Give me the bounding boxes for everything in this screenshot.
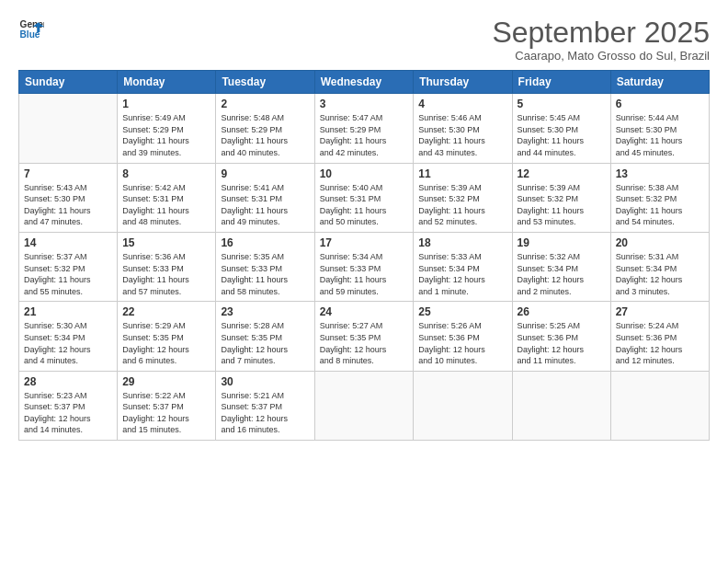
day-info: Sunrise: 5:41 AM Sunset: 5:31 PM Dayligh… bbox=[221, 182, 309, 228]
table-cell: 24Sunrise: 5:27 AM Sunset: 5:35 PM Dayli… bbox=[314, 302, 414, 371]
table-cell: 19Sunrise: 5:32 AM Sunset: 5:34 PM Dayli… bbox=[512, 232, 610, 301]
day-info: Sunrise: 5:21 AM Sunset: 5:37 PM Dayligh… bbox=[221, 390, 309, 436]
day-info: Sunrise: 5:27 AM Sunset: 5:35 PM Dayligh… bbox=[320, 320, 409, 366]
day-number: 21 bbox=[24, 305, 112, 318]
day-number: 3 bbox=[320, 98, 409, 110]
table-cell: 1Sunrise: 5:49 AM Sunset: 5:29 PM Daylig… bbox=[118, 94, 216, 163]
day-number: 17 bbox=[320, 236, 409, 249]
day-info: Sunrise: 5:34 AM Sunset: 5:33 PM Dayligh… bbox=[320, 251, 409, 297]
table-cell bbox=[19, 94, 118, 163]
table-cell: 26Sunrise: 5:25 AM Sunset: 5:36 PM Dayli… bbox=[512, 302, 610, 371]
day-number: 6 bbox=[616, 98, 704, 110]
day-info: Sunrise: 5:30 AM Sunset: 5:34 PM Dayligh… bbox=[24, 320, 112, 366]
week-row-5: 28Sunrise: 5:23 AM Sunset: 5:37 PM Dayli… bbox=[19, 371, 710, 440]
day-number: 7 bbox=[24, 167, 112, 180]
day-info: Sunrise: 5:29 AM Sunset: 5:35 PM Dayligh… bbox=[122, 320, 210, 366]
weekday-header-row: Sunday Monday Tuesday Wednesday Thursday… bbox=[19, 71, 710, 94]
day-info: Sunrise: 5:39 AM Sunset: 5:32 PM Dayligh… bbox=[518, 182, 606, 228]
day-number: 19 bbox=[518, 236, 606, 249]
day-info: Sunrise: 5:26 AM Sunset: 5:36 PM Dayligh… bbox=[418, 320, 506, 366]
table-cell: 15Sunrise: 5:36 AM Sunset: 5:33 PM Dayli… bbox=[118, 232, 216, 301]
day-info: Sunrise: 5:28 AM Sunset: 5:35 PM Dayligh… bbox=[221, 320, 309, 366]
day-info: Sunrise: 5:22 AM Sunset: 5:37 PM Dayligh… bbox=[122, 390, 210, 436]
day-number: 2 bbox=[221, 98, 309, 110]
title-block: September 2025 Caarapo, Mato Grosso do S… bbox=[492, 17, 710, 63]
day-number: 8 bbox=[122, 167, 210, 180]
table-cell: 27Sunrise: 5:24 AM Sunset: 5:36 PM Dayli… bbox=[610, 302, 709, 371]
table-cell: 17Sunrise: 5:34 AM Sunset: 5:33 PM Dayli… bbox=[314, 232, 414, 301]
table-cell: 25Sunrise: 5:26 AM Sunset: 5:36 PM Dayli… bbox=[414, 302, 512, 371]
table-cell: 9Sunrise: 5:41 AM Sunset: 5:31 PM Daylig… bbox=[216, 163, 314, 232]
table-cell: 7Sunrise: 5:43 AM Sunset: 5:30 PM Daylig… bbox=[19, 163, 118, 232]
header: General Blue September 2025 Caarapo, Mat… bbox=[18, 17, 710, 63]
week-row-4: 21Sunrise: 5:30 AM Sunset: 5:34 PM Dayli… bbox=[19, 302, 710, 371]
table-cell bbox=[610, 371, 709, 440]
day-number: 26 bbox=[518, 305, 606, 318]
table-cell: 13Sunrise: 5:38 AM Sunset: 5:32 PM Dayli… bbox=[610, 163, 709, 232]
day-info: Sunrise: 5:25 AM Sunset: 5:36 PM Dayligh… bbox=[518, 320, 606, 366]
month-title: September 2025 bbox=[492, 17, 710, 49]
table-cell: 12Sunrise: 5:39 AM Sunset: 5:32 PM Dayli… bbox=[512, 163, 610, 232]
day-number: 24 bbox=[320, 305, 409, 318]
table-cell: 10Sunrise: 5:40 AM Sunset: 5:31 PM Dayli… bbox=[314, 163, 414, 232]
day-info: Sunrise: 5:33 AM Sunset: 5:34 PM Dayligh… bbox=[418, 251, 506, 297]
day-number: 5 bbox=[518, 98, 606, 110]
day-info: Sunrise: 5:39 AM Sunset: 5:32 PM Dayligh… bbox=[418, 182, 506, 228]
day-info: Sunrise: 5:31 AM Sunset: 5:34 PM Dayligh… bbox=[616, 251, 704, 297]
location: Caarapo, Mato Grosso do Sul, Brazil bbox=[492, 49, 710, 63]
header-tuesday: Tuesday bbox=[216, 71, 314, 94]
day-info: Sunrise: 5:48 AM Sunset: 5:29 PM Dayligh… bbox=[221, 112, 309, 158]
table-cell: 4Sunrise: 5:46 AM Sunset: 5:30 PM Daylig… bbox=[414, 94, 512, 163]
table-cell bbox=[512, 371, 610, 440]
day-number: 16 bbox=[221, 236, 309, 249]
header-sunday: Sunday bbox=[19, 71, 118, 94]
day-number: 27 bbox=[616, 305, 704, 318]
header-friday: Friday bbox=[512, 71, 610, 94]
header-thursday: Thursday bbox=[414, 71, 512, 94]
table-cell: 3Sunrise: 5:47 AM Sunset: 5:29 PM Daylig… bbox=[314, 94, 414, 163]
table-cell bbox=[414, 371, 512, 440]
day-number: 18 bbox=[418, 236, 506, 249]
logo: General Blue bbox=[18, 17, 44, 42]
table-cell: 6Sunrise: 5:44 AM Sunset: 5:30 PM Daylig… bbox=[610, 94, 709, 163]
table-cell: 11Sunrise: 5:39 AM Sunset: 5:32 PM Dayli… bbox=[414, 163, 512, 232]
table-cell: 18Sunrise: 5:33 AM Sunset: 5:34 PM Dayli… bbox=[414, 232, 512, 301]
day-number: 30 bbox=[221, 375, 309, 388]
day-info: Sunrise: 5:24 AM Sunset: 5:36 PM Dayligh… bbox=[616, 320, 704, 366]
day-number: 4 bbox=[418, 98, 506, 110]
week-row-2: 7Sunrise: 5:43 AM Sunset: 5:30 PM Daylig… bbox=[19, 163, 710, 232]
day-number: 22 bbox=[122, 305, 210, 318]
day-info: Sunrise: 5:44 AM Sunset: 5:30 PM Dayligh… bbox=[616, 112, 704, 158]
table-cell: 30Sunrise: 5:21 AM Sunset: 5:37 PM Dayli… bbox=[216, 371, 314, 440]
day-number: 10 bbox=[320, 167, 409, 180]
logo-icon: General Blue bbox=[18, 17, 44, 42]
table-cell: 2Sunrise: 5:48 AM Sunset: 5:29 PM Daylig… bbox=[216, 94, 314, 163]
day-info: Sunrise: 5:23 AM Sunset: 5:37 PM Dayligh… bbox=[24, 390, 112, 436]
day-number: 9 bbox=[221, 167, 309, 180]
day-info: Sunrise: 5:47 AM Sunset: 5:29 PM Dayligh… bbox=[320, 112, 409, 158]
day-info: Sunrise: 5:43 AM Sunset: 5:30 PM Dayligh… bbox=[24, 182, 112, 228]
table-cell: 23Sunrise: 5:28 AM Sunset: 5:35 PM Dayli… bbox=[216, 302, 314, 371]
table-cell: 8Sunrise: 5:42 AM Sunset: 5:31 PM Daylig… bbox=[118, 163, 216, 232]
day-number: 23 bbox=[221, 305, 309, 318]
table-cell: 29Sunrise: 5:22 AM Sunset: 5:37 PM Dayli… bbox=[118, 371, 216, 440]
day-number: 1 bbox=[122, 98, 210, 110]
table-cell: 21Sunrise: 5:30 AM Sunset: 5:34 PM Dayli… bbox=[19, 302, 118, 371]
table-cell: 28Sunrise: 5:23 AM Sunset: 5:37 PM Dayli… bbox=[19, 371, 118, 440]
table-cell: 20Sunrise: 5:31 AM Sunset: 5:34 PM Dayli… bbox=[610, 232, 709, 301]
table-cell: 22Sunrise: 5:29 AM Sunset: 5:35 PM Dayli… bbox=[118, 302, 216, 371]
day-info: Sunrise: 5:45 AM Sunset: 5:30 PM Dayligh… bbox=[518, 112, 606, 158]
header-saturday: Saturday bbox=[610, 71, 709, 94]
day-info: Sunrise: 5:40 AM Sunset: 5:31 PM Dayligh… bbox=[320, 182, 409, 228]
day-number: 14 bbox=[24, 236, 112, 249]
header-monday: Monday bbox=[118, 71, 216, 94]
day-number: 25 bbox=[418, 305, 506, 318]
day-info: Sunrise: 5:46 AM Sunset: 5:30 PM Dayligh… bbox=[418, 112, 506, 158]
header-wednesday: Wednesday bbox=[314, 71, 414, 94]
day-info: Sunrise: 5:42 AM Sunset: 5:31 PM Dayligh… bbox=[122, 182, 210, 228]
day-number: 29 bbox=[122, 375, 210, 388]
day-info: Sunrise: 5:49 AM Sunset: 5:29 PM Dayligh… bbox=[122, 112, 210, 158]
day-info: Sunrise: 5:37 AM Sunset: 5:32 PM Dayligh… bbox=[24, 251, 112, 297]
calendar-table: Sunday Monday Tuesday Wednesday Thursday… bbox=[18, 70, 710, 441]
page: General Blue September 2025 Caarapo, Mat… bbox=[0, 0, 728, 563]
